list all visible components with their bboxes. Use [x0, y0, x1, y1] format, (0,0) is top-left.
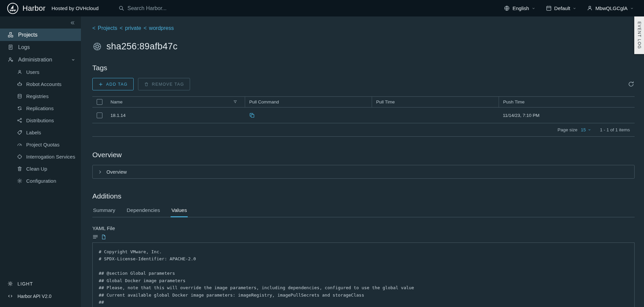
copy-icon: [249, 112, 255, 119]
column-header-push-time: Push Time: [503, 99, 524, 104]
row-checkbox[interactable]: [97, 113, 102, 118]
breadcrumb-separator: <: [144, 25, 147, 31]
sidebar-item-configuration[interactable]: Configuration: [0, 175, 81, 187]
sidebar-item-label: Configuration: [26, 178, 56, 184]
theme-toggle-label: LIGHT: [17, 281, 33, 287]
overview-accordion[interactable]: Overview: [92, 165, 635, 179]
yaml-list-view-button[interactable]: [92, 234, 98, 240]
search-input[interactable]: [128, 5, 228, 11]
refresh-button[interactable]: [628, 81, 635, 88]
sidebar-item-project-quotas[interactable]: Project Quotas: [0, 138, 81, 150]
harbor-home-link[interactable]: Harbor: [7, 2, 45, 14]
sidebar-item-clean-up[interactable]: Clean Up: [0, 163, 81, 175]
sidebar-item-labels[interactable]: Labels: [0, 126, 81, 138]
sidebar-item-robot-accounts[interactable]: Robot Accounts: [0, 78, 81, 90]
remove-tag-button[interactable]: REMOVE TAG: [138, 78, 190, 90]
select-all-checkbox[interactable]: [97, 99, 102, 105]
page-size-label: Page size: [557, 127, 577, 132]
sun-icon: [7, 281, 13, 287]
globe-icon: [504, 5, 510, 11]
users-icon: [17, 69, 22, 75]
page-size-value: 15: [581, 127, 586, 132]
additions-heading: Additions: [92, 192, 635, 200]
copy-pull-command-button[interactable]: [249, 112, 255, 119]
database-icon: [17, 93, 22, 99]
administration-subnav: Users Robot Accounts Registries Repl: [0, 66, 81, 187]
sidebar-item-users[interactable]: Users: [0, 66, 81, 78]
sidebar: Projects Logs Administration Users: [0, 16, 81, 307]
robot-icon: [17, 81, 22, 87]
sidebar-item-label: Projects: [18, 32, 38, 38]
tab-values[interactable]: Values: [171, 205, 187, 217]
sidebar-item-label: Interrogation Services: [26, 154, 75, 160]
remove-tag-label: REMOVE TAG: [152, 82, 184, 87]
theme-toggle-light[interactable]: LIGHT: [0, 277, 81, 290]
event-log-tab[interactable]: EVENT LOG: [634, 16, 644, 54]
additions-tabs: Summary Dependencies Values: [92, 205, 635, 217]
table-header-row: Name Pull Command Pull Time Push Time: [92, 96, 635, 107]
sidebar-footer: LIGHT Harbor API V2.0: [0, 277, 81, 307]
hosted-by-text: Hosted by OVHcloud: [51, 5, 98, 11]
yaml-tools: [92, 234, 635, 240]
yaml-content: # Copyright VMware, Inc. # SPDX-License-…: [92, 243, 635, 307]
harbor-logo-icon: [7, 2, 19, 14]
administration-icon: [7, 56, 14, 63]
scanner-icon: [17, 154, 22, 160]
sidebar-item-label: Replications: [26, 105, 54, 111]
tab-dependencies[interactable]: Dependencies: [126, 205, 160, 217]
sidebar-item-label: Clean Up: [26, 166, 47, 172]
language-dropdown[interactable]: English: [504, 5, 535, 11]
user-icon: [587, 5, 593, 11]
theme-dropdown[interactable]: Default: [546, 5, 577, 11]
chevron-down-icon: [532, 6, 536, 10]
sidebar-item-label: Labels: [26, 130, 41, 135]
add-tag-label: ADD TAG: [106, 82, 128, 87]
sidebar-item-replications[interactable]: Replications: [0, 102, 81, 114]
file-icon: [101, 234, 106, 240]
user-menu[interactable]: MbwQLGCglA: [587, 5, 634, 11]
tags-table: Name Pull Command Pull Time Push Time 18…: [92, 96, 635, 137]
chevron-down-icon: [588, 128, 591, 132]
tags-toolbar: ADD TAG REMOVE TAG: [92, 78, 635, 90]
page-title: sha256:89afb47c: [106, 41, 178, 52]
gear-icon: [17, 178, 22, 184]
harbor-api-link[interactable]: Harbor API V2.0: [0, 290, 81, 302]
theme-label: Default: [554, 5, 570, 11]
sync-icon: [17, 105, 22, 111]
chevron-down-icon: [572, 6, 577, 10]
yaml-file-view-button[interactable]: [101, 234, 106, 240]
sidebar-item-logs[interactable]: Logs: [0, 41, 81, 53]
add-tag-button[interactable]: ADD TAG: [92, 78, 134, 90]
sidebar-nav: Projects Logs Administration Users: [0, 29, 81, 187]
sidebar-item-registries[interactable]: Registries: [0, 90, 81, 102]
sidebar-item-label: Project Quotas: [26, 142, 59, 147]
column-header-name: Name: [110, 99, 123, 104]
header-actions: English Default MbwQLGCglA: [504, 5, 634, 11]
tag-icon: [17, 130, 22, 135]
push-time-cell: 11/14/23, 7:10 PM: [503, 113, 539, 118]
double-chevron-left-icon: [70, 20, 76, 26]
app-header: Harbor Hosted by OVHcloud English Defaul…: [0, 0, 644, 16]
refresh-icon: [628, 81, 635, 88]
sidebar-item-projects[interactable]: Projects: [0, 29, 81, 41]
artifact-title-row: sha256:89afb47c: [92, 41, 635, 52]
chevron-down-icon: [71, 57, 76, 62]
breadcrumb-link-private[interactable]: private: [125, 25, 141, 31]
list-icon: [92, 234, 98, 240]
page-size-select[interactable]: 15: [581, 127, 591, 132]
sidebar-item-distributions[interactable]: Distributions: [0, 114, 81, 126]
column-header-pull-command: Pull Command: [249, 99, 279, 104]
sidebar-collapse-button[interactable]: [70, 20, 76, 26]
sidebar-item-label: Registries: [26, 93, 49, 99]
breadcrumb-link-wordpress[interactable]: wordpress: [149, 25, 174, 31]
sidebar-item-interrogation-services[interactable]: Interrogation Services: [0, 150, 81, 163]
items-range-label: 1 - 1 of 1 items: [600, 127, 630, 132]
chevron-down-icon: [630, 6, 634, 10]
tab-summary[interactable]: Summary: [92, 205, 116, 217]
sidebar-item-administration[interactable]: Administration: [0, 53, 81, 66]
breadcrumb-link-projects[interactable]: Projects: [98, 25, 117, 31]
sidebar-item-label: Users: [26, 69, 39, 75]
projects-icon: [7, 32, 14, 38]
table-row: 18.1.14 11/14/23, 7:10 PM: [92, 107, 635, 123]
filter-icon[interactable]: [233, 100, 237, 104]
